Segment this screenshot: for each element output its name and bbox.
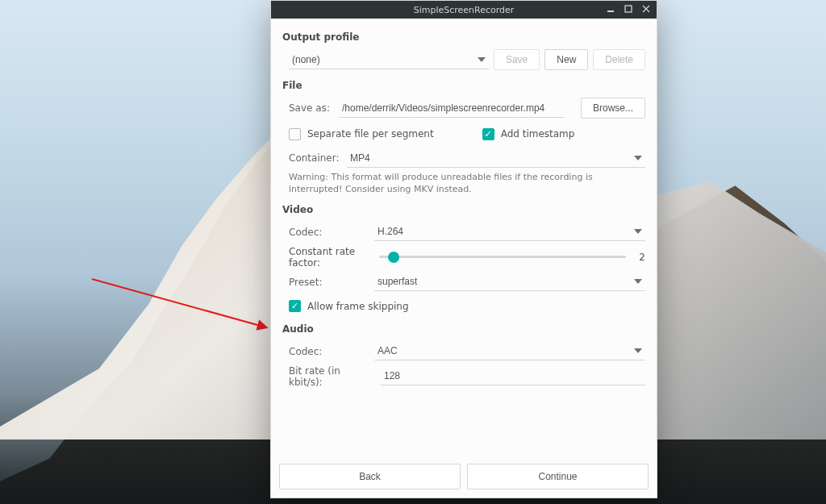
checkbox-icon <box>289 300 301 312</box>
back-button[interactable]: Back <box>279 464 461 489</box>
continue-button[interactable]: Continue <box>467 464 649 489</box>
frame-skipping-label: Allow frame skipping <box>307 301 409 312</box>
svg-rect-2 <box>625 6 632 12</box>
delete-profile-button[interactable]: Delete <box>593 49 645 70</box>
app-window: SimpleScreenRecorder Output profile (non… <box>270 0 657 498</box>
video-codec-label: Codec: <box>289 227 366 238</box>
file-heading: File <box>282 80 645 91</box>
crf-label: Constant rate factor: <box>289 246 379 269</box>
close-icon[interactable] <box>640 3 652 15</box>
separate-file-checkbox[interactable]: Separate file per segment <box>289 128 434 140</box>
add-timestamp-label: Add timestamp <box>501 128 575 140</box>
video-heading: Video <box>282 204 645 215</box>
window-titlebar: SimpleScreenRecorder <box>271 1 657 19</box>
checkbox-icon <box>482 128 494 140</box>
output-profile-select[interactable]: (none) <box>289 51 489 69</box>
svg-rect-1 <box>607 10 614 12</box>
output-profile-heading: Output profile <box>282 31 645 43</box>
video-codec-select[interactable]: H.264 <box>374 223 645 241</box>
new-profile-button[interactable]: New <box>544 49 588 70</box>
bitrate-label: Bit rate (in kbit/s): <box>289 365 373 388</box>
save-as-input[interactable] <box>339 99 565 118</box>
crf-value: 2 <box>634 252 645 263</box>
audio-heading: Audio <box>282 323 645 335</box>
audio-codec-label: Codec: <box>289 346 366 357</box>
minimize-icon[interactable] <box>605 3 616 15</box>
separate-file-label: Separate file per segment <box>307 128 434 140</box>
container-select[interactable]: MP4 <box>347 149 645 168</box>
maximize-icon[interactable] <box>623 3 634 15</box>
preset-label: Preset: <box>289 277 366 288</box>
frame-skipping-checkbox[interactable]: Allow frame skipping <box>289 300 409 312</box>
bitrate-input[interactable] <box>381 367 645 385</box>
browse-button[interactable]: Browse... <box>581 98 645 119</box>
crf-slider[interactable] <box>379 256 626 258</box>
container-warning: Warning: This format will produce unread… <box>289 172 645 196</box>
window-title: SimpleScreenRecorder <box>414 5 515 15</box>
save-profile-button[interactable]: Save <box>494 49 540 70</box>
add-timestamp-checkbox[interactable]: Add timestamp <box>482 128 575 140</box>
audio-codec-select[interactable]: AAC <box>374 342 645 360</box>
preset-select[interactable]: superfast <box>374 273 645 291</box>
container-label: Container: <box>289 152 339 164</box>
checkbox-icon <box>289 128 301 140</box>
save-as-label: Save as: <box>289 102 331 114</box>
